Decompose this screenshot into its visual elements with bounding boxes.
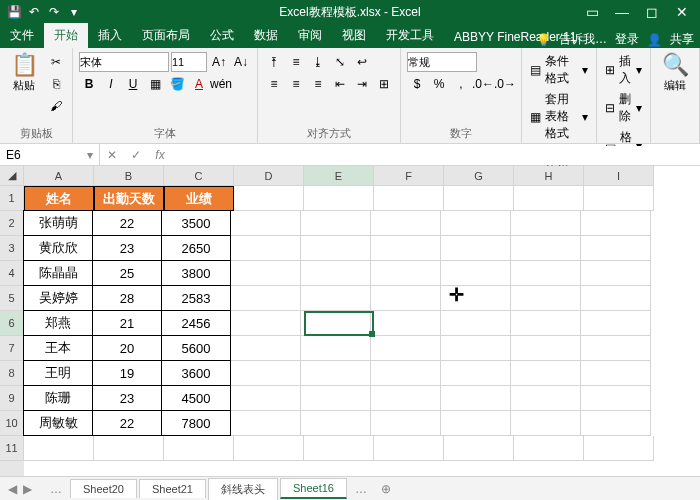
cell[interactable] [234, 186, 304, 211]
row-header[interactable]: 6 [0, 311, 24, 336]
column-header[interactable]: A [24, 166, 94, 186]
orientation-icon[interactable]: ⤡ [330, 52, 350, 72]
maximize-icon[interactable]: ◻ [638, 2, 666, 22]
tellme-icon[interactable]: 💡 [536, 33, 551, 47]
cell[interactable] [511, 411, 581, 436]
merge-icon[interactable]: ⊞ [374, 74, 394, 94]
minimize-icon[interactable]: — [608, 2, 636, 22]
column-header[interactable]: B [94, 166, 164, 186]
ribbon-options-icon[interactable]: ▭ [578, 2, 606, 22]
formula-input[interactable] [172, 146, 700, 164]
cell[interactable] [371, 361, 441, 386]
fill-color-icon[interactable]: 🪣 [167, 74, 187, 94]
sheet-nav-next-icon[interactable]: ▶ [23, 482, 32, 496]
tab-developer[interactable]: 开发工具 [376, 23, 444, 48]
cell[interactable] [371, 336, 441, 361]
cell[interactable] [444, 436, 514, 461]
conditional-format-button[interactable]: ▤条件格式 ▾ [528, 52, 590, 88]
sheet-tab[interactable]: 斜线表头 [208, 478, 278, 500]
cell[interactable]: 周敏敏 [23, 410, 93, 436]
cell[interactable] [511, 261, 581, 286]
tab-layout[interactable]: 页面布局 [132, 23, 200, 48]
cell[interactable] [581, 411, 651, 436]
cell[interactable] [581, 311, 651, 336]
cell[interactable]: 出勤天数 [94, 186, 164, 211]
cell[interactable] [441, 386, 511, 411]
cell[interactable] [511, 386, 581, 411]
cell-grid[interactable]: ABCDEFGHI 姓名出勤天数业绩张萌萌223500黄欣欣232650陈晶晶2… [24, 166, 700, 476]
cell[interactable] [511, 236, 581, 261]
cell[interactable] [511, 311, 581, 336]
tab-insert[interactable]: 插入 [88, 23, 132, 48]
cell[interactable] [441, 336, 511, 361]
cell[interactable] [231, 286, 301, 311]
namebox-dropdown-icon[interactable]: ▾ [87, 148, 93, 162]
cell[interactable] [584, 186, 654, 211]
cell[interactable]: 郑燕 [23, 310, 93, 336]
row-header[interactable]: 4 [0, 261, 24, 286]
cell[interactable]: 20 [92, 335, 162, 361]
cell[interactable] [581, 336, 651, 361]
phonetic-icon[interactable]: wén [211, 74, 231, 94]
row-header[interactable]: 1 [0, 186, 24, 211]
cell[interactable] [371, 411, 441, 436]
select-all-corner[interactable]: ◢ [0, 166, 24, 186]
increase-decimal-icon[interactable]: .0← [473, 74, 493, 94]
cell[interactable]: 23 [92, 235, 162, 261]
column-header[interactable]: H [514, 166, 584, 186]
cell[interactable] [374, 186, 444, 211]
cell[interactable] [441, 311, 511, 336]
cell[interactable] [231, 311, 301, 336]
font-color-icon[interactable]: A [189, 74, 209, 94]
number-format-combo[interactable] [407, 52, 477, 72]
cell[interactable]: 张萌萌 [23, 210, 93, 236]
cell[interactable] [581, 261, 651, 286]
save-icon[interactable]: 💾 [6, 4, 22, 20]
cell[interactable] [441, 411, 511, 436]
table-format-button[interactable]: ▦套用表格格式 ▾ [528, 90, 590, 143]
cell[interactable] [301, 261, 371, 286]
cell[interactable] [511, 361, 581, 386]
cell[interactable] [231, 361, 301, 386]
cell[interactable] [371, 286, 441, 311]
column-header[interactable]: I [584, 166, 654, 186]
cell[interactable] [371, 261, 441, 286]
sheet-tab[interactable]: Sheet21 [139, 479, 206, 498]
enter-formula-icon[interactable]: ✓ [124, 148, 148, 162]
cell[interactable] [511, 211, 581, 236]
new-sheet-icon[interactable]: ⊕ [375, 482, 397, 496]
decrease-indent-icon[interactable]: ⇤ [330, 74, 350, 94]
row-header[interactable]: 9 [0, 386, 24, 411]
tab-view[interactable]: 视图 [332, 23, 376, 48]
row-header[interactable]: 5 [0, 286, 24, 311]
cell[interactable]: 2456 [161, 310, 231, 336]
align-left-icon[interactable]: ≡ [264, 74, 284, 94]
cell[interactable] [24, 436, 94, 461]
insert-cells-button[interactable]: ⊞插入 ▾ [603, 52, 644, 88]
cell[interactable] [231, 211, 301, 236]
copy-icon[interactable]: ⎘ [46, 74, 66, 94]
cell[interactable] [584, 436, 654, 461]
cell[interactable]: 4500 [161, 385, 231, 411]
cut-icon[interactable]: ✂ [46, 52, 66, 72]
cell[interactable]: 2583 [161, 285, 231, 311]
cell[interactable] [301, 286, 371, 311]
percent-icon[interactable]: % [429, 74, 449, 94]
cell[interactable] [514, 436, 584, 461]
decrease-font-icon[interactable]: A↓ [231, 52, 251, 72]
cell[interactable] [441, 211, 511, 236]
cell[interactable]: 2650 [161, 235, 231, 261]
column-header[interactable]: E [304, 166, 374, 186]
cell[interactable] [301, 336, 371, 361]
cell[interactable]: 吴婷婷 [23, 285, 93, 311]
cell[interactable]: 3500 [161, 210, 231, 236]
cell[interactable] [511, 336, 581, 361]
qat-dropdown-icon[interactable]: ▾ [66, 4, 82, 20]
cell[interactable] [301, 361, 371, 386]
cell[interactable]: 19 [92, 360, 162, 386]
border-icon[interactable]: ▦ [145, 74, 165, 94]
increase-indent-icon[interactable]: ⇥ [352, 74, 372, 94]
cell[interactable] [441, 361, 511, 386]
cell[interactable] [374, 436, 444, 461]
cell[interactable]: 28 [92, 285, 162, 311]
